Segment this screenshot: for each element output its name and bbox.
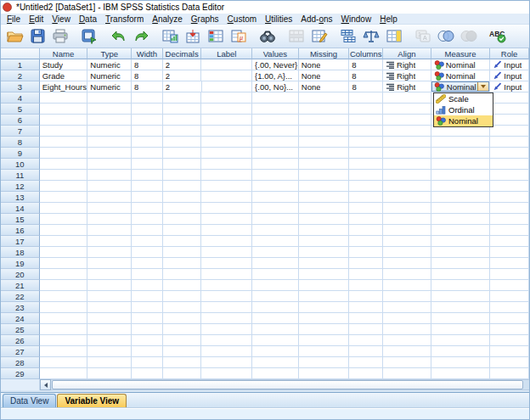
cell-values[interactable] bbox=[252, 291, 299, 302]
cell-label[interactable] bbox=[201, 126, 252, 137]
cell-decimals[interactable] bbox=[163, 137, 202, 148]
cell-missing[interactable] bbox=[299, 159, 350, 170]
cell-columns[interactable] bbox=[349, 126, 383, 137]
cell-values[interactable] bbox=[252, 346, 299, 357]
cell-label[interactable] bbox=[201, 59, 252, 70]
cell-values[interactable] bbox=[252, 203, 299, 214]
cell-type[interactable] bbox=[87, 104, 132, 115]
cell-missing[interactable] bbox=[299, 324, 350, 335]
cell-values[interactable] bbox=[252, 192, 299, 203]
cell-type[interactable] bbox=[87, 192, 132, 203]
cell-missing[interactable] bbox=[299, 335, 350, 346]
cell-missing[interactable] bbox=[299, 203, 350, 214]
cell-align[interactable] bbox=[383, 236, 431, 247]
menu-utilities[interactable]: Utilities bbox=[261, 14, 296, 24]
cell-measure[interactable] bbox=[431, 170, 491, 181]
cell-decimals[interactable] bbox=[163, 258, 202, 269]
row-header-12[interactable]: 12 bbox=[1, 181, 40, 192]
toolbar-goto-case-icon[interactable] bbox=[182, 26, 204, 47]
scrollbar-thumb[interactable] bbox=[52, 380, 523, 389]
cell-columns[interactable] bbox=[349, 269, 383, 280]
menu-custom[interactable]: Custom bbox=[223, 14, 261, 24]
cell-missing[interactable] bbox=[299, 214, 350, 225]
column-header-columns[interactable]: Columns bbox=[349, 48, 383, 59]
cell-decimals[interactable] bbox=[163, 236, 202, 247]
cell-decimals[interactable] bbox=[163, 214, 202, 225]
cell-values[interactable] bbox=[252, 247, 299, 258]
row-header-5[interactable]: 5 bbox=[1, 104, 40, 115]
cell-decimals[interactable] bbox=[163, 313, 202, 324]
cell-label[interactable] bbox=[201, 225, 252, 236]
cell-name[interactable] bbox=[40, 170, 88, 181]
cell-width[interactable] bbox=[132, 357, 163, 368]
cell-width[interactable] bbox=[132, 203, 163, 214]
cell-width[interactable] bbox=[132, 225, 163, 236]
dropdown-option-scale[interactable]: Scale bbox=[434, 93, 493, 104]
cell-columns[interactable] bbox=[349, 247, 383, 258]
row-header-19[interactable]: 19 bbox=[1, 258, 40, 269]
cell-align[interactable] bbox=[383, 148, 431, 159]
cell-name[interactable] bbox=[40, 104, 88, 115]
cell-missing[interactable] bbox=[299, 148, 350, 159]
toolbar-print-icon[interactable] bbox=[49, 26, 71, 47]
cell-decimals[interactable]: 2 bbox=[163, 70, 202, 81]
cell-values[interactable] bbox=[252, 324, 299, 335]
scrollbar-track[interactable] bbox=[51, 379, 529, 390]
cell-values[interactable] bbox=[252, 159, 299, 170]
cell-align[interactable] bbox=[383, 170, 431, 181]
cell-align[interactable] bbox=[383, 247, 431, 258]
cell-type[interactable] bbox=[87, 313, 132, 324]
cell-name[interactable] bbox=[40, 203, 88, 214]
cell-role[interactable] bbox=[490, 148, 529, 159]
cell-label[interactable] bbox=[201, 324, 252, 335]
toolbar-redo-icon[interactable] bbox=[130, 26, 152, 47]
cell-columns[interactable] bbox=[349, 225, 383, 236]
cell-align[interactable] bbox=[383, 181, 431, 192]
cell-type[interactable] bbox=[87, 269, 132, 280]
cell-measure[interactable] bbox=[431, 225, 491, 236]
menu-analyze[interactable]: Analyze bbox=[148, 14, 187, 24]
tab-variable-view[interactable]: Variable View bbox=[57, 394, 127, 408]
cell-width[interactable] bbox=[132, 313, 163, 324]
cell-measure[interactable] bbox=[431, 269, 491, 280]
toolbar-show-all-variables-icon[interactable] bbox=[458, 26, 480, 47]
cell-missing[interactable] bbox=[299, 258, 350, 269]
cell-columns[interactable] bbox=[349, 313, 383, 324]
toolbar-value-labels-icon[interactable]: 1A bbox=[412, 26, 434, 47]
cell-columns[interactable] bbox=[349, 104, 383, 115]
cell-columns[interactable] bbox=[349, 115, 383, 126]
cell-type[interactable] bbox=[87, 225, 132, 236]
cell-role[interactable] bbox=[490, 247, 529, 258]
cell-columns[interactable] bbox=[349, 203, 383, 214]
row-header-4[interactable]: 4 bbox=[1, 92, 40, 104]
cell-columns[interactable] bbox=[349, 302, 383, 313]
cell-name[interactable] bbox=[40, 258, 88, 269]
cell-role[interactable] bbox=[490, 225, 529, 236]
toolbar-open-data-icon[interactable] bbox=[3, 26, 25, 47]
cell-values[interactable] bbox=[252, 368, 299, 379]
cell-name[interactable] bbox=[40, 192, 88, 203]
row-header-21[interactable]: 21 bbox=[1, 280, 40, 291]
cell-type[interactable] bbox=[87, 247, 132, 258]
cell-name[interactable] bbox=[40, 126, 88, 137]
cell-measure[interactable] bbox=[431, 291, 491, 302]
cell-type[interactable] bbox=[87, 137, 132, 148]
cell-name[interactable] bbox=[40, 225, 88, 236]
row-header-1[interactable]: 1 bbox=[1, 59, 40, 70]
cell-columns[interactable] bbox=[349, 192, 383, 203]
toolbar-weight-cases-icon[interactable] bbox=[360, 26, 382, 47]
toolbar-goto-variable-icon[interactable] bbox=[205, 26, 227, 47]
cell-columns[interactable] bbox=[349, 368, 383, 379]
cell-columns[interactable] bbox=[349, 291, 383, 302]
cell-decimals[interactable] bbox=[163, 181, 202, 192]
cell-name[interactable] bbox=[40, 159, 88, 170]
menu-file[interactable]: File bbox=[3, 14, 25, 24]
cell-role[interactable] bbox=[490, 192, 529, 203]
cell-role[interactable] bbox=[490, 302, 529, 313]
cell-type[interactable] bbox=[87, 258, 132, 269]
cell-label[interactable] bbox=[201, 280, 252, 291]
row-header-7[interactable]: 7 bbox=[1, 126, 40, 137]
cell-label[interactable] bbox=[201, 92, 252, 104]
cell-width[interactable]: 8 bbox=[132, 81, 163, 92]
cell-name[interactable] bbox=[40, 247, 88, 258]
